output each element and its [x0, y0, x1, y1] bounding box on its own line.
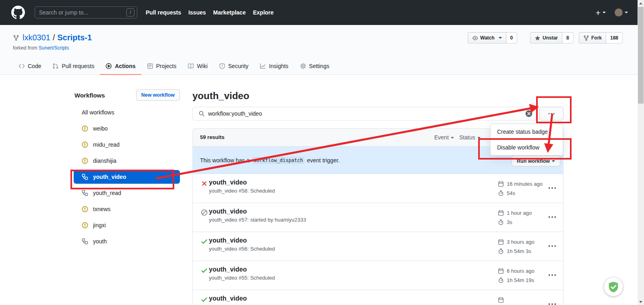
sidebar-item-all-workflows[interactable]: All workflows — [74, 106, 180, 119]
run-options-button[interactable] — [548, 272, 557, 279]
run-subtitle: youth_video #56: Scheduled — [209, 246, 275, 252]
global-search-input[interactable]: Search or jump to... / — [35, 6, 137, 19]
user-menu[interactable] — [615, 8, 628, 17]
run-options-button[interactable] — [548, 301, 557, 305]
sidebar-item-txnews[interactable]: txnews — [74, 202, 180, 216]
tab-settings[interactable]: Settings — [294, 58, 335, 75]
sidebar-item-dianshijia[interactable]: dianshijia — [74, 154, 180, 168]
tab-projects[interactable]: Projects — [141, 58, 182, 75]
run-workflow-button[interactable]: Run workflow — [512, 156, 560, 166]
tab-wiki[interactable]: Wiki — [182, 58, 213, 75]
scrollbar-up-arrow[interactable] — [638, 0, 644, 6]
workflows-sidebar: Workflows New workflow All workflowsweib… — [74, 89, 180, 251]
run-subtitle: youth_video #57: started by huamiyu2333 — [209, 217, 306, 223]
play-circle-icon — [105, 63, 112, 69]
tab-label: Wiki — [197, 63, 207, 69]
cancelled-status-icon — [201, 209, 208, 216]
forked-from-link[interactable]: Sunert/Scripts — [39, 45, 69, 51]
unstar-button[interactable]: Unstar — [530, 32, 562, 44]
workflow-options-button[interactable] — [539, 107, 564, 120]
sidebar-item-label: All workflows — [82, 109, 114, 116]
tab-actions[interactable]: Actions — [100, 58, 141, 75]
caret-down-icon — [603, 12, 606, 15]
tab-code[interactable]: Code — [13, 58, 47, 75]
fork-icon — [583, 35, 589, 41]
fork-count[interactable]: 188 — [606, 32, 623, 44]
unstar-count[interactable]: 8 — [562, 32, 574, 44]
clear-search-button[interactable] — [525, 110, 533, 117]
run-time: 1 hour ago — [507, 210, 532, 216]
tab-label: Projects — [156, 63, 177, 69]
repo-tabs: CodePull requestsActionsProjectsWikiSecu… — [13, 58, 335, 75]
workflow-icon — [82, 190, 88, 196]
run-options-button[interactable] — [548, 185, 557, 192]
run-subtitle: youth_video #58: Scheduled — [209, 188, 275, 194]
workflow-icon — [82, 238, 88, 245]
run-meta: 1 hour ago 3s — [498, 208, 532, 227]
slash-shortcut-key: / — [126, 8, 134, 17]
runs-search-input[interactable]: workflow:youth_video — [192, 107, 536, 120]
nav-marketplace[interactable]: Marketplace — [210, 9, 250, 16]
scrollbar-thumb[interactable] — [638, 7, 644, 104]
sidebar-item-youth-read[interactable]: youth_read — [74, 186, 180, 200]
caret-down-icon — [625, 12, 628, 15]
vertical-scrollbar[interactable] — [638, 0, 644, 305]
shield-check-icon — [607, 281, 619, 293]
menu-item-disable-workflow[interactable]: Disable workflow — [491, 139, 563, 155]
caret-down-icon — [477, 137, 481, 140]
run-title-link[interactable]: youth_video — [209, 266, 247, 273]
warning-icon — [82, 206, 88, 212]
new-workflow-button[interactable]: New workflow — [136, 89, 180, 101]
sidebar-item-jingxi[interactable]: jingxi — [74, 218, 180, 232]
run-title-link[interactable]: youth_video — [209, 208, 247, 215]
run-title-link[interactable]: youth_video — [209, 295, 247, 302]
tab-label: Code — [28, 63, 41, 69]
sidebar-item-youth[interactable]: youth — [74, 234, 180, 248]
github-logo-icon[interactable] — [11, 6, 25, 19]
pull-request-icon — [52, 63, 59, 69]
menu-item-create-status-badge[interactable]: Create status badge — [491, 124, 563, 139]
tab-insights[interactable]: Insights — [254, 58, 294, 75]
tab-pull-requests[interactable]: Pull requests — [47, 58, 100, 75]
eye-icon — [472, 35, 478, 41]
workflow-run-row: youth_video youth_video #58: Scheduled 1… — [193, 174, 563, 203]
caret-down-icon — [499, 37, 502, 40]
workflow-options-menu: Create status badgeDisable workflow — [490, 124, 563, 156]
sidebar-title: Workflows — [74, 92, 105, 99]
nav-issues[interactable]: Issues — [185, 9, 210, 16]
adblock-shield-badge[interactable] — [604, 278, 623, 296]
github-actions-page: Search or jump to... / Pull requestsIssu… — [0, 0, 644, 305]
scrollbar-down-arrow[interactable] — [638, 299, 644, 305]
user-avatar — [615, 8, 623, 17]
run-duration: 1h 54m 3s — [507, 248, 531, 254]
tab-security[interactable]: Security — [213, 58, 254, 75]
sidebar-item-label: txnews — [93, 206, 111, 212]
run-time: 16 minutes ago — [507, 181, 543, 187]
run-options-button[interactable] — [548, 214, 557, 221]
filter-event[interactable]: Event — [434, 129, 454, 147]
nav-explore[interactable]: Explore — [249, 9, 277, 16]
sidebar-item-label: youth — [93, 238, 107, 245]
create-new-dropdown[interactable]: + — [596, 8, 606, 17]
sidebar-item-weibo[interactable]: weibo — [74, 122, 180, 135]
fork-group: Fork 188 — [579, 32, 623, 44]
workflow-run-row: youth_video — [193, 290, 563, 305]
watch-count[interactable]: 0 — [506, 32, 518, 44]
nav-pull-requests[interactable]: Pull requests — [142, 9, 185, 16]
results-count: 59 results — [200, 134, 225, 140]
code-icon — [19, 63, 25, 69]
filter-status[interactable]: Status — [459, 129, 481, 147]
watch-button[interactable]: Watch — [468, 32, 506, 44]
run-title-link[interactable]: youth_video — [209, 237, 247, 244]
calendar-icon — [498, 210, 504, 216]
sidebar-item-midu-read[interactable]: midu_read — [74, 138, 180, 151]
run-options-button[interactable] — [548, 243, 557, 250]
top-navbar: Search or jump to... / Pull requestsIssu… — [0, 0, 638, 25]
fork-button[interactable]: Fork — [579, 32, 606, 44]
sidebar-item-youth-video[interactable]: youth_video — [74, 170, 180, 184]
run-title-link[interactable]: youth_video — [209, 179, 247, 186]
workflow-icon — [82, 174, 88, 180]
workflow-page-title: youth_video — [192, 90, 249, 102]
sidebar-item-label: youth_read — [93, 190, 121, 196]
warning-icon — [82, 222, 88, 228]
